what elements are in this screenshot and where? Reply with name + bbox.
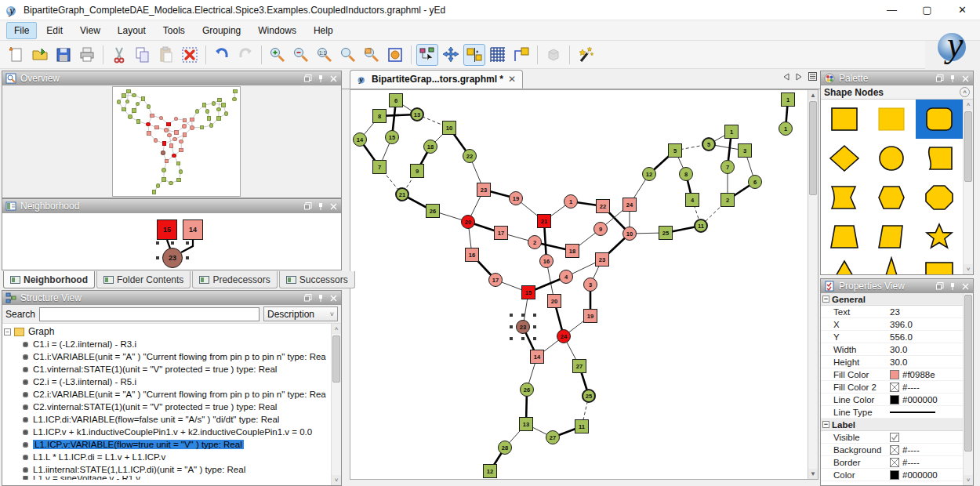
menu-windows[interactable]: Windows [250, 22, 304, 39]
graph-node-6[interactable]: 6 [389, 93, 403, 107]
graph-node-7[interactable]: 7 [720, 160, 735, 174]
zoom-original-icon[interactable]: 1:1 [314, 44, 336, 66]
property-value[interactable] [890, 433, 902, 442]
selection-handle[interactable] [521, 314, 524, 317]
graph-node-26[interactable]: 26 [426, 204, 440, 218]
next-tab-icon[interactable] [796, 72, 802, 83]
graph-node-22[interactable]: 22 [463, 149, 477, 163]
graph-node-17[interactable]: 17 [488, 273, 503, 287]
graph-node-1[interactable]: 1 [781, 92, 795, 107]
checkbox-checked-icon[interactable] [890, 433, 899, 442]
close-icon[interactable] [960, 74, 970, 83]
palette-shape-star[interactable] [916, 217, 963, 256]
graph-node-24[interactable]: 24 [557, 329, 571, 343]
graph-node-27[interactable]: 27 [546, 430, 560, 444]
zoom-out-icon[interactable] [290, 44, 312, 66]
overview-thumbnail[interactable] [112, 86, 241, 197]
scroll-thumb[interactable] [964, 295, 972, 452]
graph-node-13[interactable]: 13 [410, 107, 424, 121]
graph-node-25[interactable]: 25 [582, 389, 596, 403]
zoom-area-icon[interactable] [361, 44, 383, 66]
menu-grouping[interactable]: Grouping [194, 22, 249, 39]
graph-node-4[interactable]: 4 [685, 193, 699, 207]
menu-view[interactable]: View [72, 22, 108, 39]
property-value[interactable]: 23 [890, 307, 900, 317]
tree-item[interactable]: L1.ICP.di:VARIABLE(flow=false unit = "A/… [2, 413, 331, 426]
paste-icon[interactable] [155, 44, 177, 66]
scroll-down-icon[interactable]: ˅ [964, 264, 973, 274]
pin-icon[interactable] [948, 281, 957, 291]
graph-node-8[interactable]: 8 [372, 109, 387, 123]
graph-node-20[interactable]: 20 [461, 215, 475, 229]
neighborhood-node-23[interactable]: 23 [162, 248, 183, 268]
tree-item[interactable]: L1.ICP.v + k1.inductiveCouplePin1.v + k2… [2, 426, 331, 438]
property-value[interactable]: #000000 [890, 470, 938, 480]
tree-item[interactable]: C1.i = (-L2.iinternal) - R3.i [2, 338, 331, 350]
graph-node-21[interactable]: 21 [537, 214, 551, 228]
property-value[interactable]: #---- [890, 445, 920, 455]
grid-icon[interactable] [487, 44, 509, 66]
group-cube-icon[interactable] [543, 44, 564, 66]
tab-close-icon[interactable]: ✕ [508, 74, 516, 85]
property-value[interactable]: 556.0 [890, 332, 913, 342]
graph-node-15[interactable]: 15 [521, 285, 535, 299]
selection-handle[interactable] [533, 325, 536, 328]
snap-mode-icon[interactable] [463, 44, 485, 66]
palette-shape-rectangle-wide[interactable] [916, 256, 963, 274]
tree-item[interactable]: L1.v = sineVoltage.v - R1.v [2, 476, 331, 480]
palette-shape-concave-hexagon[interactable] [821, 178, 868, 217]
palette-shape-trapezoid[interactable] [821, 217, 868, 256]
scroll-down-icon[interactable]: ˅ [964, 475, 973, 485]
graph-node-19[interactable]: 19 [583, 309, 597, 323]
float-icon[interactable] [935, 281, 945, 291]
graph-node-27[interactable]: 27 [572, 359, 586, 373]
palette-shape-parallelogram[interactable] [868, 217, 915, 256]
menu-tools[interactable]: Tools [155, 22, 193, 39]
neighborhood-node-15[interactable]: 15 [157, 219, 177, 240]
undo-icon[interactable] [211, 44, 233, 66]
graph-node-25[interactable]: 25 [659, 226, 673, 240]
graph-node-14[interactable]: 14 [353, 132, 367, 147]
graph-node-11[interactable]: 11 [694, 219, 708, 233]
graph-node-16[interactable]: 16 [465, 248, 479, 262]
graph-node-12[interactable]: 12 [642, 167, 656, 181]
tree-item[interactable]: C1.vinternal:STATE(1)(unit = "V" protect… [2, 363, 331, 375]
palette-shape-curved-rectangle[interactable] [916, 139, 963, 178]
tree-root-graph[interactable]: −Graph [2, 325, 331, 338]
search-input[interactable] [39, 307, 260, 321]
scroll-down-icon[interactable]: ▼ [808, 469, 818, 479]
pin-icon[interactable] [316, 201, 325, 211]
tree-item[interactable]: L1.L * L1.ICP.di = L1.v + L1.ICP.v [2, 451, 331, 463]
palette-shape-rectangle-plain[interactable] [868, 100, 915, 139]
pan-mode-icon[interactable] [440, 44, 462, 66]
graph-node-9[interactable]: 9 [593, 222, 608, 236]
graph-node-9[interactable]: 9 [410, 164, 424, 178]
palette-shape-hexagon[interactable] [868, 178, 915, 217]
shape-nodes-header[interactable]: Shape Nodes ˄ [821, 85, 973, 100]
graph-node-17[interactable]: 17 [494, 226, 508, 240]
neighborhood-tab-predecessors[interactable]: Predecessors [192, 271, 277, 288]
selection-handle[interactable] [510, 325, 513, 328]
property-value[interactable] [890, 412, 938, 413]
palette-shape-triangle[interactable] [821, 256, 868, 274]
property-value[interactable]: 30.0 [890, 345, 907, 354]
graph-node-5[interactable]: 5 [668, 143, 682, 158]
neighborhood-node-14[interactable]: 14 [183, 219, 203, 240]
scroll-up-icon[interactable]: ˄ [964, 100, 973, 110]
float-icon[interactable] [303, 201, 313, 211]
selection-handle[interactable] [510, 314, 513, 317]
palette-shape-diamond[interactable] [821, 139, 868, 178]
property-value[interactable]: #f0988e [890, 370, 935, 379]
menu-help[interactable]: Help [306, 22, 341, 39]
collapse-section-icon[interactable]: ˄ [960, 87, 970, 97]
menu-edit[interactable]: Edit [38, 22, 71, 39]
neighborhood-tab-neighborhood[interactable]: Neighborhood [3, 271, 95, 288]
graph-node-23[interactable]: 23 [477, 183, 491, 197]
scroll-thumb[interactable] [332, 335, 340, 383]
palette-shape-round-rectangle[interactable] [916, 100, 963, 139]
pin-icon[interactable] [316, 293, 325, 303]
graph-node-23[interactable]: 23 [516, 320, 530, 334]
selection-handle[interactable] [510, 337, 513, 340]
selection-handle[interactable] [533, 337, 536, 340]
graph-node-12[interactable]: 12 [483, 464, 497, 478]
